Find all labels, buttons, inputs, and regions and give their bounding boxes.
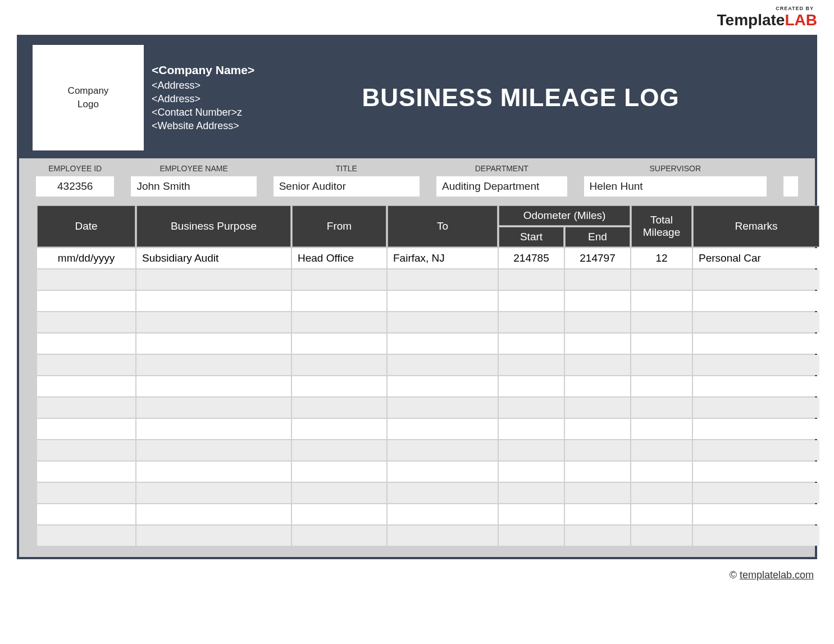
cell-to[interactable] — [388, 526, 498, 546]
cell-to[interactable] — [388, 504, 498, 524]
cell-date[interactable] — [37, 376, 135, 396]
cell-to[interactable] — [388, 312, 498, 332]
cell-end[interactable] — [565, 526, 630, 546]
cell-start[interactable] — [499, 334, 564, 354]
cell-from[interactable] — [292, 483, 386, 503]
cell-to[interactable] — [388, 291, 498, 311]
cell-date[interactable] — [37, 355, 135, 375]
cell-remarks[interactable] — [693, 334, 819, 354]
cell-from[interactable] — [292, 334, 386, 354]
cell-purpose[interactable] — [136, 312, 291, 332]
cell-date[interactable] — [37, 419, 135, 439]
cell-start[interactable] — [499, 355, 564, 375]
cell-purpose[interactable] — [136, 270, 291, 290]
cell-from[interactable] — [292, 419, 386, 439]
cell-end[interactable] — [565, 270, 630, 290]
cell-remarks[interactable] — [693, 355, 819, 375]
cell-start[interactable] — [499, 462, 564, 482]
cell-purpose[interactable] — [136, 291, 291, 311]
cell-from[interactable] — [292, 504, 386, 524]
cell-purpose[interactable] — [136, 462, 291, 482]
cell-purpose[interactable] — [136, 398, 291, 418]
cell-date[interactable] — [37, 440, 135, 460]
cell-end[interactable] — [565, 355, 630, 375]
cell-purpose[interactable] — [136, 355, 291, 375]
cell-from[interactable]: Head Office — [292, 248, 386, 268]
cell-end[interactable] — [565, 504, 630, 524]
cell-remarks[interactable] — [693, 526, 819, 546]
cell-date[interactable] — [37, 483, 135, 503]
cell-remarks[interactable] — [693, 483, 819, 503]
cell-total[interactable] — [631, 334, 692, 354]
cell-from[interactable] — [292, 398, 386, 418]
cell-end[interactable] — [565, 462, 630, 482]
cell-start[interactable] — [499, 270, 564, 290]
cell-end[interactable] — [565, 334, 630, 354]
cell-date[interactable] — [37, 291, 135, 311]
cell-purpose[interactable] — [136, 526, 291, 546]
cell-from[interactable] — [292, 312, 386, 332]
field-blank-value[interactable] — [783, 176, 798, 197]
cell-total[interactable] — [631, 440, 692, 460]
cell-start[interactable]: 214785 — [499, 248, 564, 268]
cell-date[interactable] — [37, 504, 135, 524]
cell-total[interactable] — [631, 398, 692, 418]
cell-to[interactable] — [388, 398, 498, 418]
cell-start[interactable] — [499, 526, 564, 546]
cell-total[interactable] — [631, 462, 692, 482]
cell-purpose[interactable] — [136, 504, 291, 524]
field-supervisor-value[interactable]: Helen Hunt — [584, 176, 767, 197]
cell-from[interactable] — [292, 526, 386, 546]
cell-remarks[interactable] — [693, 312, 819, 332]
cell-total[interactable] — [631, 291, 692, 311]
cell-purpose[interactable] — [136, 440, 291, 460]
cell-start[interactable] — [499, 504, 564, 524]
cell-end[interactable]: 214797 — [565, 248, 630, 268]
cell-start[interactable] — [499, 440, 564, 460]
cell-to[interactable] — [388, 462, 498, 482]
cell-total[interactable] — [631, 483, 692, 503]
cell-purpose[interactable] — [136, 419, 291, 439]
cell-end[interactable] — [565, 291, 630, 311]
cell-to[interactable] — [388, 483, 498, 503]
cell-to[interactable] — [388, 355, 498, 375]
cell-end[interactable] — [565, 398, 630, 418]
cell-start[interactable] — [499, 291, 564, 311]
cell-total[interactable] — [631, 355, 692, 375]
cell-remarks[interactable] — [693, 419, 819, 439]
cell-total[interactable]: 12 — [631, 248, 692, 268]
cell-purpose[interactable]: Subsidiary Audit — [136, 248, 291, 268]
cell-to[interactable] — [388, 334, 498, 354]
field-title-value[interactable]: Senior Auditor — [274, 176, 420, 197]
cell-to[interactable] — [388, 419, 498, 439]
cell-purpose[interactable] — [136, 334, 291, 354]
cell-date[interactable]: mm/dd/yyyy — [37, 248, 135, 268]
cell-remarks[interactable] — [693, 376, 819, 396]
cell-from[interactable] — [292, 270, 386, 290]
cell-purpose[interactable] — [136, 483, 291, 503]
field-employee-name-value[interactable]: John Smith — [131, 176, 256, 197]
cell-purpose[interactable] — [136, 376, 291, 396]
cell-from[interactable] — [292, 376, 386, 396]
cell-date[interactable] — [37, 398, 135, 418]
cell-date[interactable] — [37, 334, 135, 354]
cell-start[interactable] — [499, 376, 564, 396]
cell-total[interactable] — [631, 526, 692, 546]
cell-start[interactable] — [499, 483, 564, 503]
cell-start[interactable] — [499, 398, 564, 418]
cell-end[interactable] — [565, 440, 630, 460]
cell-from[interactable] — [292, 291, 386, 311]
footer-link[interactable]: templatelab.com — [740, 569, 814, 581]
cell-to[interactable] — [388, 270, 498, 290]
cell-from[interactable] — [292, 462, 386, 482]
field-department-value[interactable]: Auditing Department — [436, 176, 567, 197]
cell-date[interactable] — [37, 270, 135, 290]
cell-total[interactable] — [631, 504, 692, 524]
cell-remarks[interactable] — [693, 291, 819, 311]
cell-remarks[interactable] — [693, 270, 819, 290]
cell-start[interactable] — [499, 419, 564, 439]
cell-remarks[interactable]: Personal Car — [693, 248, 819, 268]
cell-remarks[interactable] — [693, 398, 819, 418]
cell-date[interactable] — [37, 526, 135, 546]
cell-end[interactable] — [565, 483, 630, 503]
